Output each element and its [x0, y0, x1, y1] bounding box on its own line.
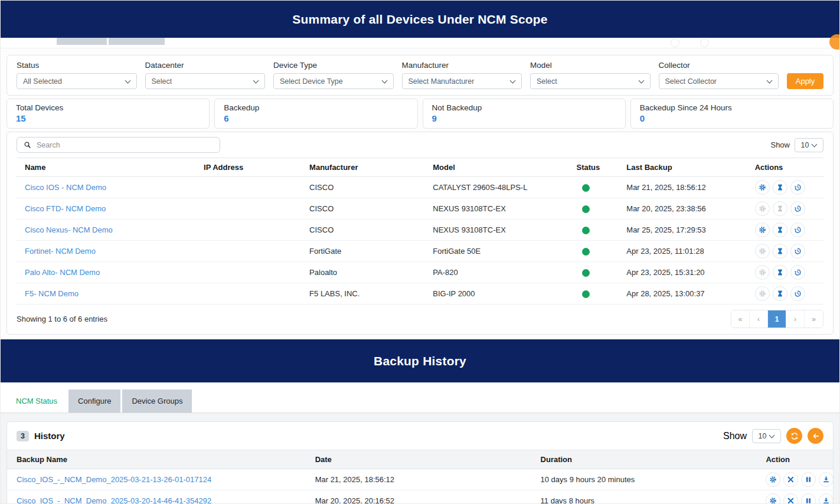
hourglass-action-button[interactable] [773, 222, 787, 237]
download-action-button[interactable] [819, 493, 833, 504]
hourglass-action-button[interactable] [773, 265, 787, 280]
actions-cell [763, 490, 833, 504]
history-count-badge: 3 [17, 431, 29, 441]
gear-action-button[interactable] [755, 244, 770, 258]
show-label: Show [770, 140, 790, 149]
table-row: F5- NCM DemoF5 LABS, INC.BIG-IP 2000Apr … [17, 283, 823, 305]
gear-action-button[interactable] [766, 493, 780, 504]
gear-action-button[interactable] [755, 201, 770, 216]
filter-datacenter: DatacenterSelect [145, 61, 266, 89]
model-cell: FortiGate 50E [430, 241, 574, 262]
manufacturer-cell: CISCO [307, 177, 430, 198]
apply-button[interactable]: Apply [787, 73, 823, 89]
history-icon [794, 226, 802, 234]
select-value: All Selected [23, 77, 62, 86]
gear-action-button[interactable] [755, 286, 770, 301]
tab-configure[interactable]: Configure [68, 390, 120, 413]
actions-cell [753, 262, 823, 283]
search-input[interactable] [37, 141, 213, 149]
history-action-button[interactable] [790, 286, 805, 301]
search-icon [24, 141, 31, 149]
filter-card: StatusAll SelectedDatacenterSelectDevice… [6, 55, 834, 96]
device-name-link[interactable]: Cisco Nexus- NCM Demo [25, 225, 113, 234]
history-header-buttons [786, 428, 823, 444]
first-page-button[interactable]: « [731, 310, 750, 328]
last-backup-cell: Mar 21, 2025, 18:56:12 [624, 177, 752, 198]
model-select[interactable]: Select [530, 73, 651, 89]
gear-action-button[interactable] [766, 472, 780, 487]
pause-action-button[interactable] [801, 472, 816, 487]
device-type-select[interactable]: Select Device Type [273, 73, 394, 89]
history-action-button[interactable] [790, 265, 805, 280]
floating-action-button[interactable] [829, 34, 840, 50]
screen: Summary of all Devices Under NCM Scope S… [1, 1, 839, 504]
hourglass-icon [776, 226, 784, 234]
collector-select[interactable]: Select Collector [659, 73, 779, 89]
history-action-button[interactable] [790, 201, 805, 216]
backup-name-cell: Cisco_IOS_-_NCM_Demo_2025-03-20-14-46-41… [7, 490, 313, 504]
tools-action-button[interactable] [783, 472, 798, 487]
hourglass-action-button[interactable] [773, 286, 787, 301]
table-row: Cisco_IOS_-_NCM_Demo_2025-03-20-14-46-41… [7, 490, 833, 504]
pause-action-button[interactable] [801, 493, 816, 504]
manufacturer-select[interactable]: Select Manufacturer [402, 73, 522, 89]
device-name-link[interactable]: Cisco FTD- NCM Demo [25, 204, 106, 213]
filter-manufacturer: ManufacturerSelect Manufacturer [402, 61, 522, 89]
download-action-button[interactable] [819, 472, 833, 487]
last-backup-cell: Apr 28, 2025, 13:00:37 [624, 283, 752, 305]
hourglass-action-button[interactable] [773, 244, 787, 258]
gear-action-button[interactable] [755, 265, 770, 280]
history-action-button[interactable] [790, 222, 805, 237]
gear-action-button[interactable] [755, 222, 770, 237]
status-select[interactable]: All Selected [17, 73, 137, 89]
gear-icon [769, 476, 777, 483]
select-value: Select Collector [665, 77, 717, 86]
tabs-row: NCM StatusConfigureDevice Groups [1, 382, 839, 413]
status-dot [582, 184, 590, 192]
tab-ncm-status[interactable]: NCM Status [6, 390, 67, 413]
gear-icon [759, 226, 766, 234]
name-cell: Cisco Nexus- NCM Demo [17, 220, 201, 241]
header-icon-button[interactable] [671, 38, 679, 47]
select-value: Select [537, 77, 557, 86]
refresh-button[interactable] [786, 428, 802, 444]
prev-page-button[interactable]: ‹ [750, 310, 768, 328]
gear-icon [759, 184, 766, 191]
filter-label: Model [530, 61, 651, 70]
device-name-link[interactable]: Fortinet- NCM Demo [25, 247, 96, 256]
last-page-button[interactable]: » [805, 310, 823, 328]
chevron-down-icon [812, 141, 818, 147]
history-page-size-select[interactable]: 10 [752, 429, 781, 443]
summary-card-value: 6 [224, 113, 408, 123]
device-name-link[interactable]: F5- NCM Demo [25, 289, 79, 298]
history-header-right: Show 10 [723, 428, 823, 444]
manufacturer-cell: CISCO [307, 220, 430, 241]
gear-action-button[interactable] [755, 180, 770, 195]
tab-stub[interactable] [57, 38, 107, 45]
next-page-button[interactable]: › [786, 310, 805, 328]
device-name-link[interactable]: Palo Alto- NCM Demo [25, 268, 100, 277]
history-action-button[interactable] [790, 244, 805, 258]
page-size-select[interactable]: 10 [795, 138, 823, 152]
history-action-button[interactable] [790, 180, 805, 195]
tab-device-groups[interactable]: Device Groups [122, 390, 192, 413]
device-table-card: Show 10 NameIP AddressManufacturerModelS… [6, 132, 834, 335]
hourglass-action-button[interactable] [773, 180, 787, 195]
backup-name-link[interactable]: Cisco_IOS_-_NCM_Demo_2025-03-21-13-26-01… [17, 475, 211, 484]
entries-summary: Showing 1 to 6 of 6 entries [17, 315, 107, 323]
back-button[interactable] [808, 428, 823, 444]
datacenter-select[interactable]: Select [145, 73, 266, 89]
device-name-link[interactable]: Cisco IOS - NCM Demo [25, 183, 106, 192]
hourglass-action-button[interactable] [773, 201, 787, 216]
summary-card-not-backedup: Not Backedup9 [423, 99, 626, 129]
tab-stub[interactable] [109, 38, 165, 45]
page-1-button[interactable]: 1 [768, 310, 786, 328]
status-dot [582, 269, 590, 277]
tools-icon [787, 476, 795, 483]
search-box[interactable] [17, 137, 220, 153]
header-icon-button[interactable] [700, 38, 709, 47]
tools-action-button[interactable] [783, 493, 798, 504]
chevron-down-icon [510, 77, 516, 83]
backup-name-link[interactable]: Cisco_IOS_-_NCM_Demo_2025-03-20-14-46-41… [17, 496, 211, 504]
status-cell [574, 241, 625, 262]
